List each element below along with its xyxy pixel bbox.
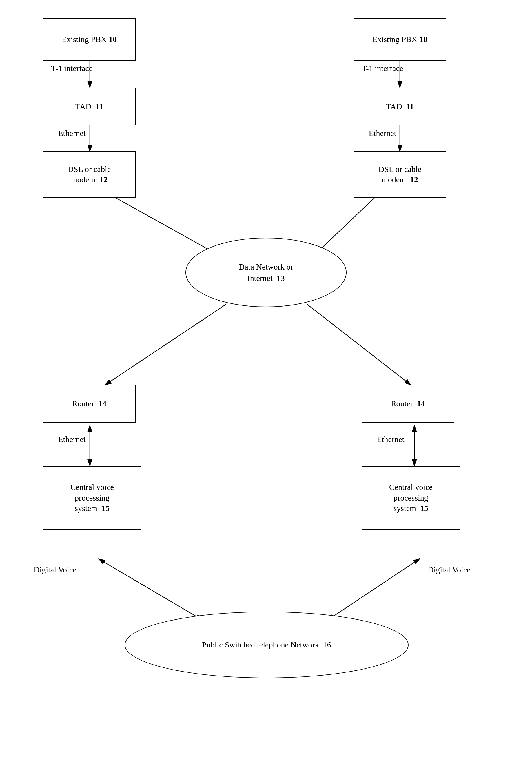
- svg-line-13: [327, 562, 414, 620]
- left-t1-label: T-1 interface: [43, 64, 101, 73]
- left-router-label: Router 14: [72, 399, 106, 409]
- diagram: Existing PBX 10 T-1 interface TAD 11 Eth…: [0, 0, 532, 775]
- right-modem-label: DSL or cablemodem 12: [378, 164, 421, 185]
- left-pbx-box: Existing PBX 10: [43, 18, 136, 61]
- right-router-box: Router 14: [362, 385, 454, 423]
- right-modem-box: DSL or cablemodem 12: [354, 151, 446, 198]
- left-dv-label: Digital Voice: [23, 565, 87, 575]
- left-modem-box: DSL or cablemodem 12: [43, 151, 136, 198]
- left-cvps-label: Central voiceprocessingsystem 15: [70, 482, 114, 514]
- right-eth1-label: Ethernet: [354, 129, 411, 138]
- right-dv-label: Digital Voice: [417, 565, 481, 575]
- left-tad-label: TAD 11: [75, 101, 103, 112]
- svg-line-8: [104, 304, 226, 385]
- right-tad-box: TAD 11: [354, 88, 446, 125]
- left-pbx-label: Existing PBX 10: [62, 34, 117, 45]
- svg-line-9: [307, 304, 411, 385]
- right-pbx-box: Existing PBX 10: [354, 18, 446, 61]
- pstn-ellipse: Public Switched telephone Network 16: [125, 612, 409, 678]
- pstn-label: Public Switched telephone Network 16: [202, 639, 331, 650]
- left-router-box: Router 14: [43, 385, 136, 423]
- right-tad-label: TAD 11: [386, 101, 414, 112]
- svg-line-7: [316, 197, 375, 253]
- left-tad-box: TAD 11: [43, 88, 136, 125]
- data-network-label: Data Network orInternet 13: [239, 261, 293, 284]
- right-router-label: Router 14: [391, 399, 425, 409]
- right-cvps-box: Central voiceprocessingsystem 15: [362, 466, 460, 530]
- svg-line-12: [104, 562, 203, 620]
- svg-line-4: [114, 197, 216, 253]
- left-cvps-box: Central voiceprocessingsystem 15: [43, 466, 141, 530]
- right-cvps-label: Central voiceprocessingsystem 15: [389, 482, 433, 514]
- left-eth2-label: Ethernet: [43, 435, 101, 444]
- right-eth2-label: Ethernet: [362, 435, 420, 444]
- right-pbx-label: Existing PBX 10: [372, 34, 427, 45]
- left-eth1-label: Ethernet: [43, 129, 101, 138]
- left-modem-label: DSL or cablemodem 12: [68, 164, 111, 185]
- right-t1-label: T-1 interface: [354, 64, 411, 73]
- data-network-ellipse: Data Network orInternet 13: [185, 238, 347, 307]
